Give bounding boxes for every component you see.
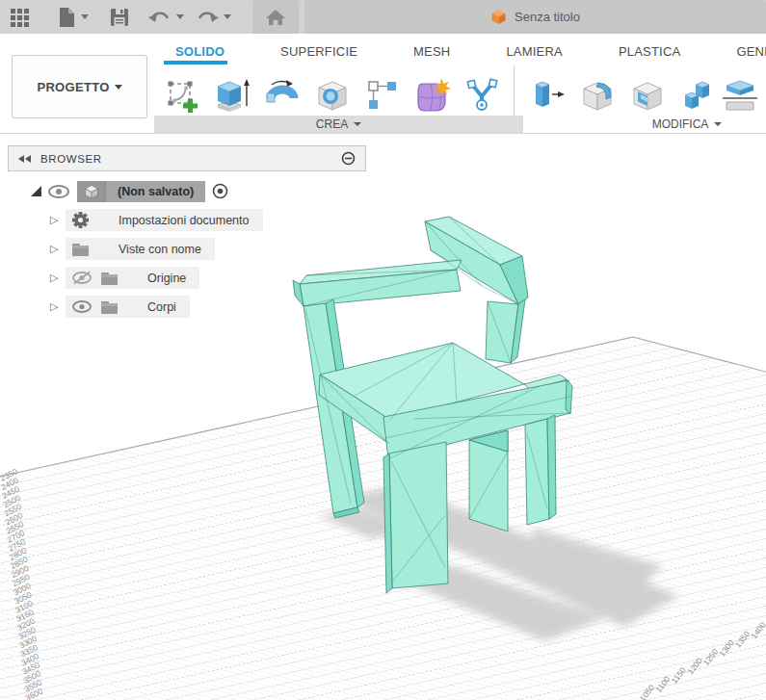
- tree-item-bodies[interactable]: ▷ Corpi: [8, 296, 366, 318]
- active-tab-underline: [164, 61, 227, 65]
- document-root-chip[interactable]: (Non salvato): [77, 181, 205, 202]
- redo-icon: [196, 9, 219, 25]
- revolve-button[interactable]: [257, 71, 307, 119]
- shell-icon: [629, 77, 666, 114]
- tab-plastica[interactable]: PLASTICA: [619, 44, 680, 59]
- redo-menu-caret-icon: [224, 14, 231, 19]
- document-root-label: (Non salvato): [106, 181, 205, 202]
- pattern-icon: [365, 78, 400, 113]
- fusion-window: Senza titolo PROGETTO SOLIDO SUPERFICIE …: [0, 0, 766, 700]
- application-bar: Senza titolo: [0, 0, 766, 34]
- expand-icon[interactable]: ▷: [50, 243, 62, 255]
- tree-item-label: Origine: [147, 272, 186, 285]
- gear-icon: [71, 211, 90, 229]
- save-button[interactable]: [110, 0, 129, 34]
- folder-icon: [71, 242, 90, 257]
- create-sketch-button[interactable]: [157, 71, 207, 119]
- browser-panel-header[interactable]: BROWSER: [8, 145, 366, 171]
- tree-item-label: Corpi: [147, 300, 176, 314]
- create-form-button[interactable]: [408, 71, 458, 119]
- component-cube-icon: [77, 181, 106, 202]
- panel-modifica-dropdown[interactable]: MODIFICA: [597, 116, 766, 133]
- file-menu-caret-icon: [81, 14, 89, 19]
- ribbon-tab-bar: SOLIDO SUPERFICIE MESH LAMIERA PLASTICA …: [154, 39, 766, 63]
- revolve-icon: [263, 77, 302, 114]
- browser-panel-title: BROWSER: [40, 153, 341, 165]
- fillet-button[interactable]: [572, 71, 622, 119]
- press-pull-button[interactable]: [522, 71, 572, 119]
- pattern-button[interactable]: [357, 71, 408, 119]
- expand-icon[interactable]: ▷: [50, 300, 62, 313]
- tree-item-label: Impostazioni documento: [119, 214, 250, 227]
- shell-button[interactable]: [622, 71, 673, 119]
- fillet-icon: [579, 77, 616, 114]
- press-pull-icon: [528, 77, 567, 114]
- tab-lamiera[interactable]: LAMIERA: [506, 44, 562, 59]
- app-grid-menu-button[interactable]: [10, 0, 29, 34]
- tree-item-label: Viste con nome: [119, 243, 201, 256]
- tab-superficie[interactable]: SUPERFICIE: [280, 44, 357, 59]
- tab-mesh[interactable]: MESH: [413, 44, 450, 59]
- combine-button[interactable]: [673, 71, 723, 119]
- visibility-eye-icon[interactable]: [47, 185, 70, 198]
- generative-study-icon: [464, 77, 501, 114]
- tree-root-item[interactable]: (Non salvato): [8, 180, 366, 202]
- browser-panel: BROWSER: [8, 145, 366, 324]
- folder-icon: [100, 271, 119, 286]
- workspace-selector-button[interactable]: PROGETTO: [12, 55, 147, 118]
- extrude-icon: [212, 77, 252, 114]
- document-title: Senza titolo: [515, 10, 580, 24]
- tree-item-named-views[interactable]: ▷ Viste con nome: [8, 238, 366, 260]
- expand-icon[interactable]: ▷: [50, 214, 62, 226]
- visibility-eye-icon[interactable]: [71, 299, 92, 314]
- expand-icon[interactable]: ▷: [50, 272, 62, 284]
- tree-item-origin[interactable]: ▷ Origine: [8, 267, 366, 289]
- file-icon: [58, 7, 76, 28]
- app-grid-icon: [10, 8, 29, 27]
- create-form-icon: [414, 77, 451, 114]
- folder-icon: [100, 299, 119, 315]
- panel-crea-caret-icon: [354, 122, 361, 126]
- expand-collapse-icon[interactable]: [31, 186, 41, 196]
- panel-crea-dropdown[interactable]: CREA: [154, 116, 523, 133]
- undo-button[interactable]: [148, 0, 184, 34]
- browser-tree: (Non salvato) ▷: [8, 180, 366, 318]
- ribbon: PROGETTO SOLIDO SUPERFICIE MESH LAMIERA …: [0, 34, 766, 134]
- document-cube-icon: [490, 9, 507, 25]
- generative-study-button[interactable]: [458, 71, 508, 119]
- workspace-selector-label: PROGETTO: [37, 80, 109, 94]
- create-sketch-icon: [165, 78, 199, 113]
- undo-icon: [148, 9, 172, 25]
- panel-modifica-caret-icon: [714, 122, 722, 126]
- tree-item-document-settings[interactable]: ▷ Impostazioni docume: [8, 209, 366, 231]
- tab-solido[interactable]: SOLIDO: [175, 44, 225, 59]
- panel-modifica-label: MODIFICA: [652, 117, 709, 131]
- collapse-panel-icon[interactable]: [18, 155, 31, 163]
- minimize-panel-icon[interactable]: [341, 151, 356, 166]
- home-view-button[interactable]: [252, 0, 299, 34]
- activate-component-radio-icon[interactable]: [212, 183, 228, 199]
- hole-icon: [314, 77, 351, 114]
- undo-menu-caret-icon: [176, 14, 184, 19]
- home-icon: [265, 8, 286, 27]
- combine-icon: [679, 77, 716, 114]
- tab-generative[interactable]: GENERATIVE: [736, 44, 766, 59]
- document-tab[interactable]: Senza titolo: [304, 0, 766, 34]
- workspace-caret-icon: [115, 85, 122, 90]
- save-icon: [110, 8, 129, 27]
- hole-button[interactable]: [307, 71, 357, 119]
- panel-crea-label: CREA: [316, 117, 348, 131]
- split-body-icon: [723, 77, 766, 114]
- extrude-button[interactable]: [207, 71, 257, 119]
- file-menu-button[interactable]: [58, 0, 89, 34]
- viewport: 2350240024502500255026002650270027502800…: [0, 134, 766, 700]
- visibility-eye-off-icon[interactable]: [71, 271, 92, 285]
- split-body-button[interactable]: [723, 71, 766, 119]
- redo-button[interactable]: [196, 0, 231, 34]
